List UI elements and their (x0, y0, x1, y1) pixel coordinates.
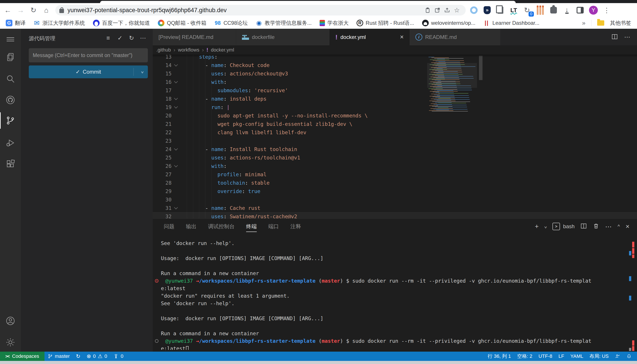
profile-avatar[interactable]: Y (589, 6, 598, 15)
split-editor-icon[interactable] (611, 34, 618, 41)
problems-indicator[interactable]: ⊗ 0 ⚠ 0 (84, 352, 110, 361)
extension-pens-icon[interactable] (536, 6, 545, 15)
other-bookmarks[interactable]: 其他书签 (610, 20, 631, 26)
open-in-new-icon[interactable] (433, 5, 442, 15)
maximize-panel-icon[interactable]: ^ (617, 224, 620, 229)
bookmark-xuezai-zju[interactable]: 学在浙大 (320, 20, 349, 26)
status-keyboard-layout[interactable]: 布局: US (586, 352, 612, 361)
bookmark-qq-mail[interactable]: QQ邮箱 - 收件箱 (158, 20, 206, 26)
bookmark-star-icon[interactable]: ☆ (452, 5, 462, 15)
reload-button[interactable]: ↻ (28, 5, 39, 15)
search-icon[interactable] (6, 74, 15, 84)
code-editor[interactable]: 13 steps:14 - name: Checkout code15 uses… (153, 54, 637, 218)
extension-copy-icon[interactable] (496, 6, 505, 15)
tab-label: docker.yml (341, 34, 366, 40)
status-encoding[interactable]: UTF-8 (535, 352, 555, 361)
breadcrumb-item[interactable]: docker.yml (211, 47, 234, 53)
notifications-bell-icon[interactable] (623, 352, 635, 361)
bookmarks-overflow-chevron[interactable]: » (582, 20, 585, 26)
new-terminal-icon[interactable]: + (535, 223, 539, 230)
panel-more-actions-icon[interactable]: ⋯ (605, 223, 612, 230)
languagetool-icon[interactable]: LT (509, 6, 518, 15)
minimap-slider[interactable] (427, 63, 477, 88)
breadcrumb-item[interactable]: .github (156, 47, 171, 53)
extensions-puzzle-icon[interactable] (549, 6, 558, 15)
bookmark-github[interactable]: weloveinterns/op... (422, 20, 475, 26)
share-icon[interactable] (442, 5, 452, 15)
status-line-col[interactable]: 行 36, 列 1 (484, 352, 514, 361)
settings-gear-icon[interactable] (6, 338, 15, 347)
fold-chevron-icon[interactable] (172, 78, 180, 86)
run-debug-icon[interactable] (6, 138, 15, 148)
account-icon[interactable] (6, 316, 15, 326)
browser-active-tab[interactable] (100, 1, 516, 3)
browser-menu-icon[interactable]: ⋮ (602, 6, 611, 15)
side-panel-icon[interactable] (575, 6, 585, 15)
extension-ring-icon[interactable] (469, 6, 479, 15)
menu-icon[interactable] (6, 34, 15, 44)
commit-message-input[interactable]: Message (Ctrl+Enter to commit on "master… (29, 48, 148, 62)
close-panel-icon[interactable]: × (625, 223, 629, 230)
bookmark-cc98[interactable]: 98CC98论坛 (214, 20, 248, 26)
url-bar[interactable]: yunwei37-potential-space-trout-rpr5qwj66… (55, 5, 466, 16)
sync-changes-button[interactable]: ↻ (73, 352, 84, 361)
editor-tab-readme-md[interactable]: iREADME.md (410, 29, 500, 45)
commit-check-icon[interactable]: ✓ (116, 34, 124, 42)
source-control-icon[interactable] (6, 116, 15, 126)
commit-dropdown-icon[interactable]: ^ (141, 68, 143, 74)
status-eol[interactable]: LF (555, 352, 567, 361)
editor-scrollbar[interactable] (479, 56, 483, 80)
breadcrumb[interactable]: .github›workflows›!docker.yml (153, 45, 637, 54)
back-button[interactable]: ← (3, 5, 13, 15)
editor-tab-docker-yml[interactable]: !docker.yml× (330, 29, 410, 45)
terminal-dropdown-icon[interactable]: ^ (544, 224, 547, 229)
editor-more-actions-icon[interactable]: ⋯ (624, 34, 630, 41)
line-number: 15 (153, 71, 172, 76)
downloads-icon[interactable]: ↓ (562, 6, 571, 15)
fold-chevron-icon[interactable] (172, 204, 180, 212)
bookmark-learner-dashboard[interactable]: ||Learner Dashboar... (483, 20, 539, 26)
ports-indicator[interactable]: 0 (110, 352, 126, 361)
editor-tab-dockerfile[interactable]: dockerfile (236, 29, 330, 45)
kill-terminal-icon[interactable] (593, 223, 599, 230)
status-language-mode[interactable]: YAML (567, 352, 586, 361)
panel-tab-5[interactable]: 注释 (285, 219, 307, 234)
fold-chevron-icon[interactable] (172, 162, 180, 170)
bookmark-google-translate[interactable]: G翻译 (6, 20, 26, 26)
editor-tab-preview-readme-md[interactable]: [Preview] README.md (153, 29, 236, 45)
extension-shield-icon[interactable]: » (483, 6, 492, 15)
extension-sync-icon[interactable]: ↻0 (522, 6, 532, 15)
split-terminal-icon[interactable] (580, 223, 587, 230)
bookmark-baidu[interactable]: 百度一下，你就知道 (93, 20, 150, 26)
forward-button[interactable]: → (16, 5, 26, 15)
fold-chevron-icon[interactable] (172, 95, 180, 103)
home-button[interactable]: ⌂ (41, 5, 51, 15)
panel-tab-2[interactable]: 调试控制台 (202, 219, 240, 234)
github-icon[interactable] (6, 95, 15, 105)
breadcrumb-item[interactable]: workflows (178, 47, 199, 53)
bookmark-zju-mail[interactable]: ✉浙江大学邮件系统 (34, 20, 85, 26)
branch-indicator[interactable]: master (45, 352, 73, 361)
status-indentation[interactable]: 空格: 2 (514, 352, 535, 361)
fold-chevron-icon[interactable] (172, 103, 180, 112)
feedback-icon[interactable] (612, 352, 623, 361)
panel-tab-0[interactable]: 问题 (158, 219, 180, 234)
bookmark-zju-service[interactable]: ◉教学管理信息服务... (256, 20, 312, 26)
fold-chevron-icon[interactable] (172, 61, 180, 70)
more-actions-icon[interactable]: ⋯ (139, 34, 147, 42)
panel-tab-3[interactable]: 终端 (240, 219, 262, 234)
explorer-icon[interactable] (6, 52, 15, 62)
refresh-icon[interactable]: ↻ (127, 34, 136, 42)
extensions-icon[interactable] (6, 159, 15, 169)
close-tab-icon[interactable]: × (400, 34, 404, 41)
panel-tab-4[interactable]: 端口 (262, 219, 285, 234)
panel-tab-1[interactable]: 输出 (180, 219, 202, 234)
terminal[interactable]: See 'docker run --help'.Usage: docker ru… (153, 234, 637, 350)
bookmark-rust[interactable]: RRust 招聘 - Rust语... (357, 20, 414, 26)
view-as-list-icon[interactable]: ≡ (104, 34, 113, 42)
commit-button[interactable]: ✓ Commit ^ (29, 66, 148, 78)
fold-chevron-icon[interactable] (172, 145, 180, 154)
shell-label[interactable]: bash (563, 223, 575, 230)
codespaces-remote-indicator[interactable]: >< Codespaces (0, 352, 45, 361)
clipboard-icon[interactable] (423, 5, 433, 15)
